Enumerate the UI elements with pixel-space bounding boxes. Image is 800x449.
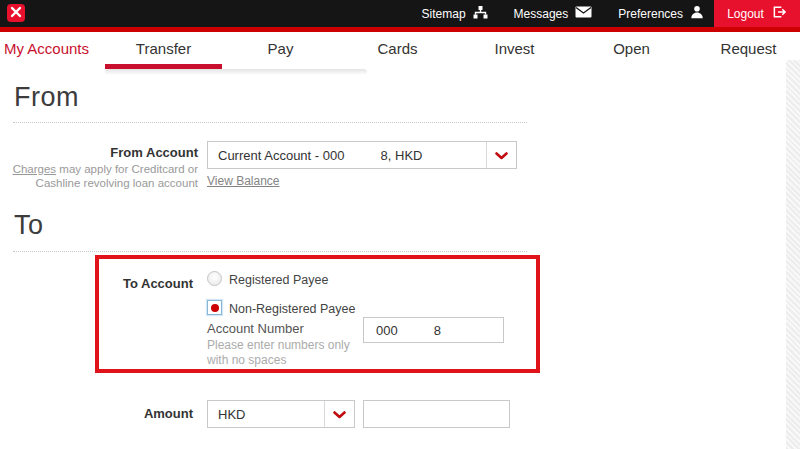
top-bar-links: Sitemap Messages Preferences xyxy=(396,0,704,27)
envelope-icon xyxy=(575,6,592,21)
radio-non-registered-payee[interactable] xyxy=(207,300,222,315)
currency-select[interactable]: HKD xyxy=(207,400,355,428)
from-section-divider xyxy=(13,122,527,123)
preferences-link-label: Preferences xyxy=(618,7,683,21)
bank-logo[interactable] xyxy=(7,4,25,22)
account-number-hint: Please enter numbers only with no spaces xyxy=(207,338,350,368)
x-logo-icon xyxy=(10,4,22,22)
chevron-down-icon xyxy=(495,146,508,164)
page-edge-pattern xyxy=(786,60,800,449)
radio-selected-dot xyxy=(211,304,219,312)
tab-menu-shadow xyxy=(105,69,367,75)
person-icon xyxy=(690,5,704,22)
to-account-label: To Account xyxy=(0,276,193,291)
currency-select-arrow[interactable] xyxy=(324,401,354,427)
from-account-select-arrow[interactable] xyxy=(486,142,516,168)
tab-my-accounts[interactable]: My Accounts xyxy=(4,40,89,57)
radio-registered-payee[interactable] xyxy=(207,271,222,286)
sitemap-icon xyxy=(473,6,488,22)
account-number-hint-line1: Please enter numbers only xyxy=(207,338,350,352)
messages-link[interactable]: Messages xyxy=(514,6,593,21)
from-account-selected-value: Current Account - 000 8, HKD xyxy=(208,142,486,168)
charges-note: Charges may apply for Creditcard or Cash… xyxy=(0,162,198,190)
transfer-page: Sitemap Messages Preferences Logout xyxy=(0,0,800,449)
preferences-link[interactable]: Preferences xyxy=(618,5,704,22)
sitemap-link[interactable]: Sitemap xyxy=(422,6,488,22)
charges-note-line1: may apply for Creditcard or xyxy=(56,163,198,175)
currency-selected-value: HKD xyxy=(208,401,324,427)
tab-invest[interactable]: Invest xyxy=(456,40,573,57)
sitemap-link-label: Sitemap xyxy=(422,7,466,21)
tab-cards[interactable]: Cards xyxy=(339,40,456,57)
top-bar: Sitemap Messages Preferences Logout xyxy=(0,0,800,27)
logout-button[interactable]: Logout xyxy=(714,0,800,27)
logout-icon xyxy=(772,5,787,22)
amount-label: Amount xyxy=(0,406,193,421)
amount-input[interactable] xyxy=(363,400,510,428)
account-number-hint-line2: with no spaces xyxy=(207,353,286,367)
view-balance-link[interactable]: View Balance xyxy=(207,174,280,188)
from-account-label: From Account xyxy=(0,145,198,160)
radio-non-registered-payee-label: Non-Registered Payee xyxy=(229,302,355,316)
logout-button-label: Logout xyxy=(727,7,764,21)
tab-request[interactable]: Request xyxy=(690,40,800,57)
account-number-label: Account Number xyxy=(207,321,304,336)
account-number-input[interactable] xyxy=(363,317,504,343)
brand-red-bar xyxy=(0,27,800,32)
tab-transfer[interactable]: Transfer xyxy=(105,40,222,57)
chevron-down-icon xyxy=(333,405,346,423)
charges-link[interactable]: Charges xyxy=(13,163,56,175)
messages-link-label: Messages xyxy=(514,7,569,21)
charges-note-line2: Cashline revolving loan account xyxy=(36,177,198,189)
tab-pay[interactable]: Pay xyxy=(222,40,339,57)
to-section-heading: To xyxy=(14,210,44,241)
radio-registered-payee-label: Registered Payee xyxy=(229,273,328,287)
from-account-select[interactable]: Current Account - 000 8, HKD xyxy=(207,141,517,169)
to-section-divider xyxy=(13,251,527,252)
tab-open[interactable]: Open xyxy=(573,40,690,57)
from-section-heading: From xyxy=(14,82,79,113)
